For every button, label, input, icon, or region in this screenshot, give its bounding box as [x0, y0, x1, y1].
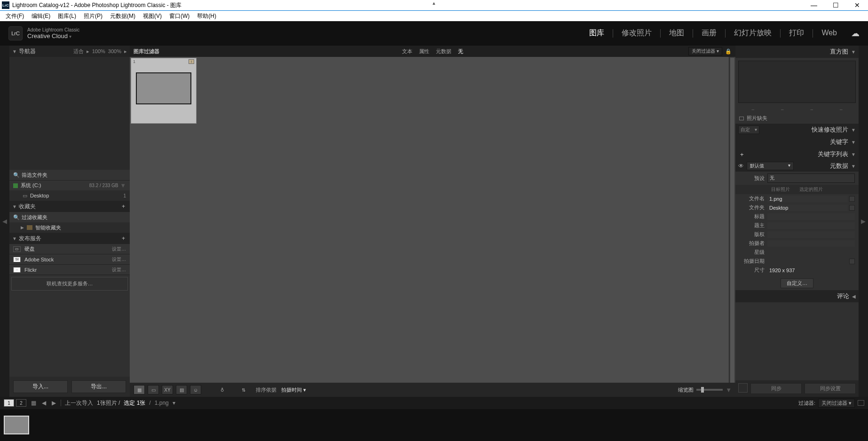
collections-header[interactable]: ▼ 收藏夹 +	[9, 201, 130, 212]
module-web[interactable]: Web	[821, 29, 837, 38]
import-button[interactable]: 导入...	[13, 380, 68, 393]
publish-harddrive[interactable]: ▭ 硬盘 设置…	[9, 244, 130, 254]
filter-tab-metadata[interactable]: 元数据	[436, 48, 451, 55]
sort-direction-button[interactable]: ⇅	[238, 385, 249, 394]
people-view-button[interactable]: ☺	[190, 385, 201, 394]
folders-filter-row[interactable]: 🔍 筛选文件夹	[9, 170, 130, 180]
photo-missing-warning[interactable]: 照片缺失	[735, 113, 859, 124]
meta-copyright[interactable]	[767, 231, 855, 238]
filmstrip-thumbnail[interactable]	[4, 416, 29, 434]
sync-button[interactable]: 同步	[750, 383, 802, 394]
add-keyword-icon[interactable]: +	[738, 151, 746, 158]
comments-header[interactable]: 评论 ◀	[735, 290, 859, 302]
publish-adobestock[interactable]: St Adobe Stock 设置…	[9, 254, 130, 265]
module-develop[interactable]: 修改照片	[622, 28, 652, 39]
source-label[interactable]: 上一次导入	[65, 399, 93, 407]
navigator-header[interactable]: ▼ 导航器 适合▸ 100% 300%▸	[9, 46, 130, 57]
maximize-button[interactable]: ☐	[825, 0, 846, 10]
add-publish-icon[interactable]: +	[120, 235, 127, 242]
sync-settings-button[interactable]: 同步设置	[805, 383, 856, 394]
collapse-top-arrow-icon[interactable]: ▴	[433, 0, 435, 6]
eye-icon[interactable]: 👁	[738, 163, 744, 169]
publish-header[interactable]: ▼ 发布服务 +	[9, 233, 130, 244]
meta-caption[interactable]	[767, 222, 855, 229]
menu-photo[interactable]: 照片(P)	[80, 12, 106, 20]
filmstrip-filter-switch[interactable]	[858, 400, 864, 406]
quick-develop-header[interactable]: 自定 ⠀▾ 快速修改照片 ▼	[735, 124, 859, 136]
keyword-list-header[interactable]: + 关键字列表 ▼	[735, 148, 859, 160]
filmstrip[interactable]	[0, 409, 868, 441]
right-edge[interactable]: ▶	[859, 46, 868, 397]
filter-tab-attribute[interactable]: 属性	[419, 48, 429, 55]
publish-setup-btn[interactable]: 设置…	[112, 267, 126, 273]
missing-photo-badge-icon[interactable]: !	[189, 59, 194, 64]
smart-collections-row[interactable]: ▶ 智能收藏夹	[9, 222, 130, 233]
grid-nav-icon[interactable]: ▦	[30, 400, 37, 406]
drive-menu-icon[interactable]: ▼	[118, 182, 126, 189]
meta-rating[interactable]	[767, 249, 855, 256]
quickdev-profile-select[interactable]: 自定 ⠀▾	[738, 126, 759, 134]
menu-view[interactable]: 视图(V)	[139, 12, 166, 20]
drive-row[interactable]: 系统 (C:) 83.2 / 233 GB ▼	[9, 180, 130, 190]
filter-lock-icon[interactable]: 🔒	[725, 48, 732, 55]
collections-filter-row[interactable]: 🔍 过滤收藏夹	[9, 212, 130, 222]
loupe-view-button[interactable]: ▭	[148, 385, 159, 394]
module-map[interactable]: 地图	[669, 28, 684, 39]
grid-view-button[interactable]: ▦	[134, 385, 145, 394]
sort-select[interactable]: 拍摄时间 ▾	[281, 386, 306, 394]
auto-sync-switch[interactable]	[738, 383, 748, 393]
folder-row[interactable]: ▭ Desktop 1	[9, 190, 130, 201]
thumbnail-size-slider[interactable]	[696, 389, 723, 391]
publish-setup-btn[interactable]: 设置…	[112, 246, 126, 252]
tab-selected-photos[interactable]: 选定的照片	[799, 186, 823, 193]
meta-action-icon[interactable]	[849, 196, 855, 202]
nav-back-icon[interactable]: ◀	[41, 400, 47, 406]
meta-filename[interactable]: 1.png	[767, 196, 848, 202]
publish-flickr[interactable]: •• Flickr 设置…	[9, 265, 130, 275]
painter-tool-button[interactable]: ♁	[216, 385, 228, 394]
zoom-300[interactable]: 300%	[108, 48, 121, 54]
tab-target-photo[interactable]: 目标照片	[771, 186, 790, 193]
metadata-preset-select[interactable]: 无	[767, 173, 855, 183]
survey-view-button[interactable]: ▤	[176, 385, 187, 394]
menu-help[interactable]: 帮助(H)	[193, 12, 220, 20]
menu-file[interactable]: 文件(F)	[2, 12, 28, 20]
grid-scrollbar[interactable]	[729, 57, 735, 383]
keywording-header[interactable]: 关键字 ▼	[735, 136, 859, 148]
histogram-header[interactable]: 直方图 ▼	[735, 46, 859, 58]
menu-metadata[interactable]: 元数据(M)	[106, 12, 139, 20]
meta-capture-date[interactable]	[767, 258, 848, 265]
export-button[interactable]: 导出...	[71, 380, 126, 393]
left-edge[interactable]: ◀	[0, 46, 9, 397]
meta-goto-icon[interactable]	[849, 205, 855, 211]
minimize-button[interactable]: —	[803, 0, 825, 10]
customize-metadata-button[interactable]: 自定义…	[781, 278, 813, 288]
meta-creator[interactable]	[767, 240, 855, 247]
module-library[interactable]: 图库	[589, 28, 604, 39]
identity-plate[interactable]: Adobe Lightroom Classic Creative Cloud	[27, 27, 79, 39]
metadata-set-select[interactable]: 默认值▾	[747, 162, 794, 170]
toolbar-menu-icon[interactable]: ▼	[726, 386, 732, 394]
compare-view-button[interactable]: XY	[162, 385, 173, 394]
cloud-sync-icon[interactable]: ☁	[851, 28, 860, 39]
module-book[interactable]: 画册	[702, 28, 717, 39]
filmstrip-filter-select[interactable]: 关闭过滤器 ▾	[818, 399, 855, 408]
menu-edit[interactable]: 编辑(E)	[28, 12, 54, 20]
close-button[interactable]: ✕	[846, 0, 868, 10]
module-print[interactable]: 打印	[789, 28, 804, 39]
monitor-2-button[interactable]: 2	[16, 399, 26, 407]
grid-thumbnail[interactable]: 1 !	[131, 58, 197, 124]
zoom-100[interactable]: 100%	[92, 48, 105, 54]
module-slideshow[interactable]: 幻灯片放映	[734, 28, 772, 39]
filter-tab-none[interactable]: 无	[458, 48, 463, 55]
meta-folder[interactable]: Desktop	[767, 205, 848, 211]
add-collection-icon[interactable]: +	[120, 203, 127, 210]
nav-forward-icon[interactable]: ▶	[51, 400, 57, 406]
meta-action-icon[interactable]	[849, 259, 855, 264]
navigator-preview[interactable]	[9, 57, 130, 170]
publish-setup-btn[interactable]: 设置…	[112, 256, 126, 263]
metadata-header[interactable]: 👁 默认值▾ 元数据 ▼	[735, 160, 859, 172]
find-more-services[interactable]: 联机查找更多服务…	[11, 277, 128, 291]
filter-tab-text[interactable]: 文本	[402, 48, 412, 55]
zoom-fit[interactable]: 适合	[73, 48, 84, 55]
